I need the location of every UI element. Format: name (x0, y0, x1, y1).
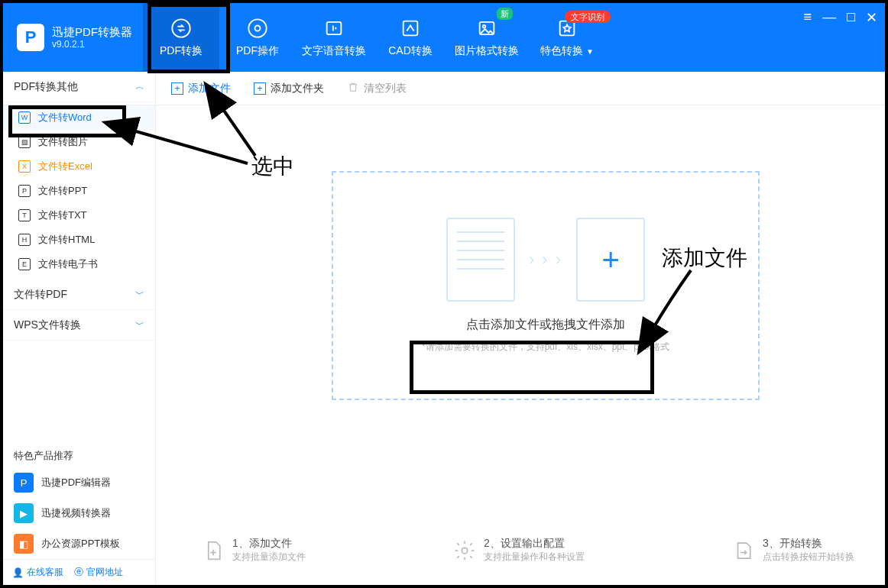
tab-label: CAD转换 (388, 44, 433, 58)
dropzone-subtitle: *请添加需要转换的文件，支持pdf、xls、xlsx、ppt、pptx格式 (422, 341, 669, 354)
gear-icon (453, 538, 476, 564)
app-title-block: 迅捷PDF转换器 v9.0.2.1 (52, 25, 132, 50)
step-title: 2、设置输出配置 (484, 537, 585, 551)
dropzone-graphic: › › › + (446, 218, 645, 302)
svg-point-0 (172, 19, 190, 37)
header-tabs: PDF转换 PDF操作 文字语音转换 CAD转换 新 图片格式转换 文字识别 (143, 3, 609, 72)
step-title: 1、添加文件 (232, 537, 306, 551)
item-label: 文件转TXT (38, 208, 87, 222)
rec-item-ppt-templates[interactable]: ◧办公资源PPT模板 (3, 528, 155, 559)
sidebar-item-to-ebook[interactable]: E文件转电子书 (3, 252, 155, 276)
video-converter-icon: ▶ (14, 503, 34, 523)
sidebar-bottom-links: 👤在线客服 ⓔ官网地址 (3, 559, 155, 585)
group-title: WPS文件转换 (14, 318, 81, 332)
svg-rect-3 (327, 22, 342, 34)
ppt-template-icon: ◧ (14, 534, 34, 554)
sidebar: PDF转换其他 ︿ W文件转Word ▧文件转图片 X文件转Excel P文件转… (3, 72, 156, 585)
tab-special-convert[interactable]: 文字识别 特色转换▼ (525, 3, 609, 72)
arrow-right-icon: › › › (529, 250, 562, 270)
maximize-button[interactable]: □ (847, 9, 855, 26)
ocr-badge: 文字识别 (565, 11, 611, 23)
excel-file-icon: X (18, 160, 31, 173)
recommend-heading: 特色产品推荐 (3, 441, 155, 467)
trash-icon (347, 81, 359, 95)
tab-pdf-operate[interactable]: PDF操作 (219, 3, 296, 72)
svg-point-8 (462, 548, 468, 554)
gear-circle-icon (246, 17, 269, 40)
chevron-down-icon: ▼ (586, 47, 594, 56)
step-title: 3、开始转换 (763, 537, 854, 551)
item-label: 文件转Word (38, 111, 92, 124)
chevron-down-icon: ﹀ (135, 318, 144, 331)
svg-point-1 (248, 19, 266, 37)
tab-text-speech[interactable]: 文字语音转换 (296, 3, 372, 72)
chevron-down-icon: ﹀ (135, 288, 144, 301)
ebook-file-icon: E (18, 258, 31, 270)
menu-icon[interactable]: ≡ (804, 9, 812, 26)
rec-label: 迅捷视频转换器 (41, 506, 111, 520)
add-file-button[interactable]: + 添加文件 (171, 82, 231, 95)
link-label: 在线客服 (27, 566, 63, 579)
svg-point-6 (483, 25, 486, 28)
tab-label: 图片格式转换 (455, 44, 519, 58)
sidebar-item-to-image[interactable]: ▧文件转图片 (3, 130, 155, 154)
add-folder-button[interactable]: + 添加文件夹 (254, 82, 324, 95)
group-title: 文件转PDF (14, 288, 67, 302)
step-2: 2、设置输出配置支持批量操作和各种设置 (453, 537, 585, 564)
window-controls: ≡ — □ ✕ (804, 9, 877, 26)
link-customer-service[interactable]: 👤在线客服 (12, 566, 63, 579)
ppt-file-icon: P (18, 185, 31, 197)
html-file-icon: H (18, 234, 31, 246)
globe-icon: ⓔ (74, 566, 83, 579)
file-plus-icon (202, 538, 225, 564)
close-button[interactable]: ✕ (866, 9, 877, 26)
sidebar-item-to-excel[interactable]: X文件转Excel (3, 154, 155, 179)
sidebar-item-to-html[interactable]: H文件转HTML (3, 228, 155, 252)
sidebar-item-to-word[interactable]: W文件转Word (3, 105, 155, 130)
rec-item-video-converter[interactable]: ▶迅捷视频转换器 (3, 498, 155, 528)
tab-image-convert[interactable]: 新 图片格式转换 (449, 3, 525, 72)
svg-point-2 (255, 26, 261, 31)
link-official-site[interactable]: ⓔ官网地址 (74, 566, 123, 579)
item-label: 文件转PPT (38, 184, 87, 198)
tab-label: PDF操作 (236, 44, 279, 58)
app-header: P 迅捷PDF转换器 v9.0.2.1 PDF转换 PDF操作 文字语音转换 C… (3, 3, 885, 72)
plus-square-icon: + (171, 82, 183, 95)
dropzone-title: 点击添加文件或拖拽文件添加 (466, 317, 625, 333)
sidebar-group-to-pdf[interactable]: 文件转PDF ﹀ (3, 279, 155, 310)
add-box-icon: + (576, 218, 645, 302)
item-label: 文件转HTML (38, 233, 95, 247)
step-sub: 点击转换按钮开始转换 (763, 551, 854, 564)
tab-cad-convert[interactable]: CAD转换 (372, 3, 449, 72)
main-content: › › › + 点击添加文件或拖拽文件添加 *请添加需要转换的文件，支持pdf、… (156, 105, 885, 585)
step-1: 1、添加文件支持批量添加文件 (202, 537, 306, 564)
audio-icon (322, 17, 345, 40)
convert-icon (732, 538, 755, 564)
step-sub: 支持批量操作和各种设置 (484, 551, 585, 564)
clear-list-button[interactable]: 清空列表 (347, 81, 407, 95)
app-logo-block: P 迅捷PDF转换器 v9.0.2.1 (3, 3, 143, 72)
rec-label: 办公资源PPT模板 (41, 537, 120, 551)
sidebar-item-to-txt[interactable]: T文件转TXT (3, 203, 155, 228)
sidebar-group-wps[interactable]: WPS文件转换 ﹀ (3, 310, 155, 341)
document-icon (446, 218, 515, 302)
step-sub: 支持批量添加文件 (232, 551, 306, 564)
app-name: 迅捷PDF转换器 (52, 25, 132, 39)
sidebar-item-to-ppt[interactable]: P文件转PPT (3, 179, 155, 203)
sidebar-items: W文件转Word ▧文件转图片 X文件转Excel P文件转PPT T文件转TX… (3, 102, 155, 279)
item-label: 文件转Excel (38, 160, 92, 173)
swap-icon (170, 17, 193, 40)
tab-pdf-convert[interactable]: PDF转换 (143, 3, 219, 72)
button-label: 添加文件 (188, 82, 231, 95)
button-label: 清空列表 (364, 82, 407, 95)
word-file-icon: W (18, 111, 31, 124)
cad-icon (399, 17, 422, 40)
rec-item-pdf-editor[interactable]: P迅捷PDF编辑器 (3, 467, 155, 498)
pdf-editor-icon: P (14, 473, 34, 493)
plus-square-icon: + (254, 82, 266, 95)
file-dropzone[interactable]: › › › + 点击添加文件或拖拽文件添加 *请添加需要转换的文件，支持pdf、… (332, 171, 760, 400)
app-logo-icon: P (17, 24, 44, 51)
tab-label: 文字语音转换 (302, 44, 366, 58)
step-3: 3、开始转换点击转换按钮开始转换 (732, 537, 854, 564)
minimize-button[interactable]: — (822, 9, 836, 26)
